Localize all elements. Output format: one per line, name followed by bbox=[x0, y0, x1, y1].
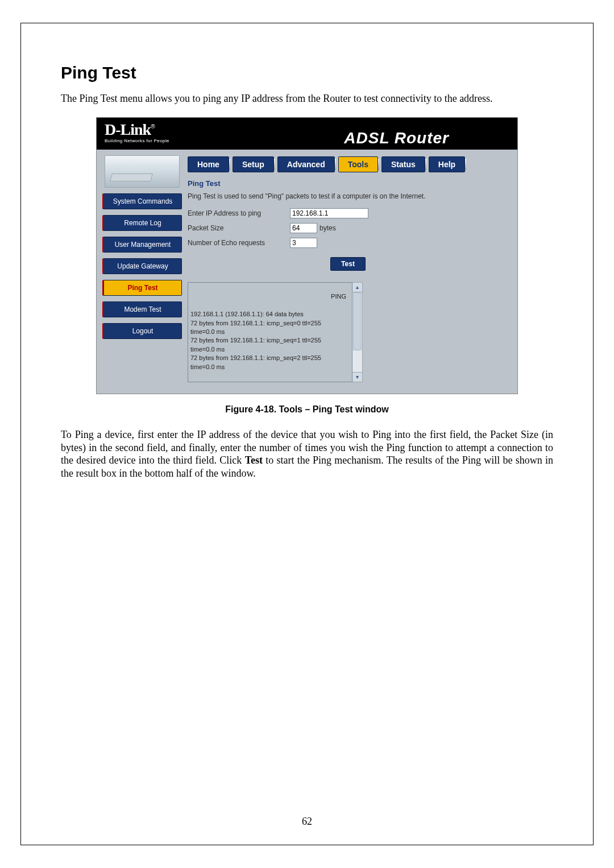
page-number: 62 bbox=[21, 816, 593, 828]
result-header: PING bbox=[190, 292, 350, 301]
sidebar-item-user-management[interactable]: User Management bbox=[102, 237, 182, 253]
echo-requests-input[interactable] bbox=[290, 238, 317, 248]
tab-advanced[interactable]: Advanced bbox=[277, 156, 335, 172]
sidebar-item-modem-test[interactable]: Modem Test bbox=[102, 301, 182, 317]
result-area: PING 192.168.1.1 (192.168.1.1): 64 data … bbox=[188, 282, 508, 382]
tab-help[interactable]: Help bbox=[429, 156, 465, 172]
echo-requests-label: Number of Echo requests bbox=[188, 239, 290, 247]
packet-size-input[interactable] bbox=[290, 223, 317, 233]
sidebar-item-update-gateway[interactable]: Update Gateway bbox=[102, 258, 182, 274]
scroll-thumb[interactable] bbox=[353, 292, 362, 350]
tab-setup[interactable]: Setup bbox=[233, 156, 274, 172]
bytes-suffix: bytes bbox=[320, 224, 336, 232]
packet-size-label: Packet Size bbox=[188, 224, 290, 232]
result-lines: 192.168.1.1 (192.168.1.1): 64 data bytes… bbox=[190, 310, 350, 382]
tab-bar: Home Setup Advanced Tools Status Help bbox=[188, 150, 517, 179]
figure-container: D-Link® Building Networks for People ADS… bbox=[61, 117, 553, 394]
tab-status[interactable]: Status bbox=[381, 156, 425, 172]
ip-address-label: Enter IP Address to ping bbox=[188, 209, 290, 217]
router-window: D-Link® Building Networks for People ADS… bbox=[96, 117, 518, 394]
sidebar-item-ping-test[interactable]: Ping Test bbox=[102, 280, 182, 296]
scroll-down-icon[interactable]: ▾ bbox=[352, 372, 362, 382]
test-button[interactable]: Test bbox=[330, 257, 366, 271]
tab-tools[interactable]: Tools bbox=[338, 156, 378, 172]
router-header: D-Link® Building Networks for People ADS… bbox=[97, 118, 517, 150]
intro-paragraph: The Ping Test menu allows you to ping an… bbox=[61, 93, 553, 105]
sidebar-item-system-commands[interactable]: System Commands bbox=[102, 193, 182, 209]
main-panel: Home Setup Advanced Tools Status Help Pi… bbox=[188, 150, 517, 394]
adsl-router-title: ADSL Router bbox=[344, 129, 449, 147]
sidebar-item-remote-log[interactable]: Remote Log bbox=[102, 215, 182, 231]
sidebar-item-logout[interactable]: Logout bbox=[102, 323, 182, 339]
page-title: Ping Test bbox=[61, 63, 553, 82]
sidebar: System Commands Remote Log User Manageme… bbox=[97, 150, 188, 394]
panel-title: Ping Test bbox=[188, 179, 508, 188]
test-bold: Test bbox=[245, 454, 263, 466]
ping-result-box: PING 192.168.1.1 (192.168.1.1): 64 data … bbox=[188, 282, 352, 382]
scroll-up-icon[interactable]: ▴ bbox=[352, 283, 362, 292]
instruction-paragraph: To Ping a device, first enter the IP add… bbox=[61, 428, 553, 480]
result-scrollbar[interactable]: ▴ ▾ bbox=[352, 282, 363, 382]
panel-description: Ping Test is used to send "Ping" packets… bbox=[188, 192, 508, 200]
figure-caption: Figure 4-18. Tools – Ping Test window bbox=[61, 404, 553, 415]
dlink-logo: D-Link bbox=[105, 121, 151, 138]
device-image bbox=[105, 155, 180, 188]
tab-home[interactable]: Home bbox=[188, 156, 229, 172]
ip-address-input[interactable] bbox=[290, 208, 368, 218]
